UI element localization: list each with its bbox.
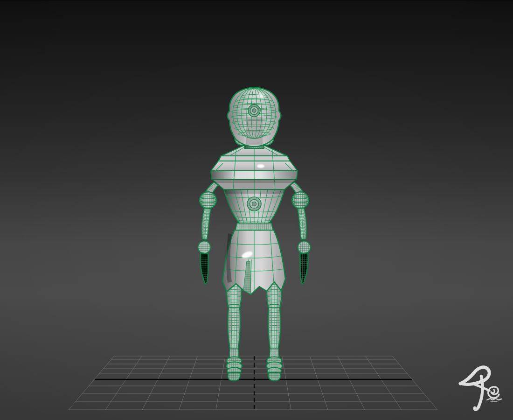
3d-viewport[interactable]: R — [0, 0, 513, 420]
viewport-vignette — [0, 0, 513, 420]
